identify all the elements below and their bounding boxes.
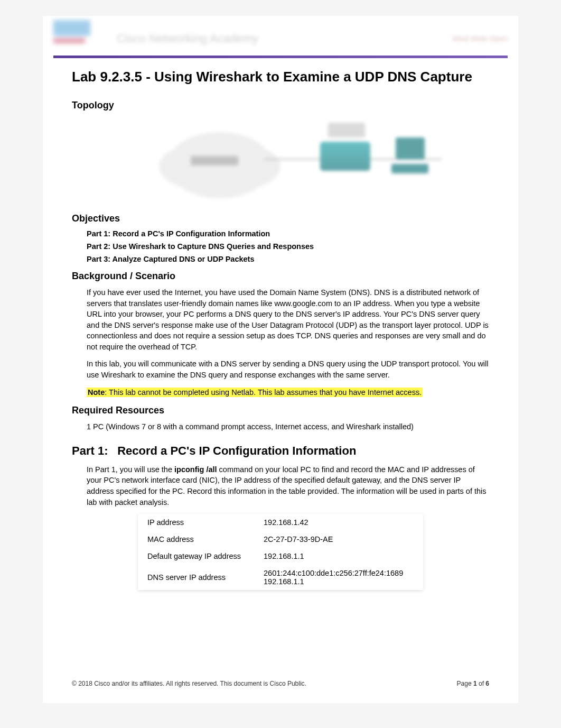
- wire-icon: [265, 159, 323, 160]
- page-footer: © 2018 Cisco and/or its affiliates. All …: [72, 680, 489, 687]
- objective-item: Part 2: Use Wireshark to Capture DNS Que…: [87, 242, 489, 251]
- objectives-heading: Objectives: [72, 213, 489, 224]
- part1-number: Part 1:: [72, 444, 114, 458]
- table-label: IP address: [138, 514, 254, 531]
- background-paragraph: In this lab, you will communicate with a…: [87, 358, 489, 380]
- document-page: Cisco Networking Academy Mind Wide Open …: [43, 16, 518, 703]
- note-paragraph: Note: This lab cannot be completed using…: [87, 387, 489, 398]
- header-tagline: Mind Wide Open: [453, 34, 508, 43]
- cisco-logo: [53, 20, 101, 49]
- part1-intro: In Part 1, you will use the ipconfig /al…: [87, 464, 489, 508]
- table-label: Default gateway IP address: [138, 548, 254, 565]
- internet-cloud-icon: [170, 132, 270, 190]
- table-value: 2601:244:c100:dde1:c256:27ff:fe24:1689 1…: [254, 565, 423, 590]
- page-number: Page 1 of 6: [457, 680, 489, 687]
- required-text: 1 PC (Windows 7 or 8 with a command prom…: [87, 421, 489, 432]
- topology-diagram: [117, 116, 444, 204]
- background-heading: Background / Scenario: [72, 271, 489, 282]
- lab-title: Lab 9.2.3.5 - Using Wireshark to Examine…: [72, 69, 489, 85]
- note-label: Note: [88, 388, 105, 397]
- part1-title: Record a PC's IP Configuration Informati…: [117, 444, 356, 457]
- table-value: 2C-27-D7-33-9D-AE: [254, 531, 423, 548]
- document-content: Lab 9.2.3.5 - Using Wireshark to Examine…: [43, 58, 518, 622]
- ipconfig-command: ipconfig /all: [174, 465, 217, 474]
- table-row: MAC address 2C-27-D7-33-9D-AE: [138, 531, 423, 548]
- objective-item: Part 3: Analyze Captured DNS or UDP Pack…: [87, 255, 489, 263]
- topology-heading: Topology: [72, 100, 489, 111]
- table-label: DNS server IP address: [138, 565, 254, 590]
- table-value: 192.168.1.1: [254, 548, 423, 565]
- ip-config-table: IP address 192.168.1.42 MAC address 2C-2…: [138, 514, 423, 590]
- page-header: Cisco Networking Academy Mind Wide Open: [43, 16, 518, 56]
- note-text: : This lab cannot be completed using Net…: [105, 388, 422, 397]
- table-row: IP address 192.168.1.42: [138, 514, 423, 531]
- copyright-text: © 2018 Cisco and/or its affiliates. All …: [72, 680, 306, 687]
- table-row: DNS server IP address 2601:244:c100:dde1…: [138, 565, 423, 590]
- table-row: Default gateway IP address 192.168.1.1: [138, 548, 423, 565]
- pc-icon: [391, 137, 428, 180]
- required-heading: Required Resources: [72, 405, 489, 416]
- part1-heading: Part 1: Record a PC's IP Configuration I…: [72, 444, 489, 458]
- objective-item: Part 1: Record a PC's IP Configuration I…: [87, 229, 489, 238]
- table-value: 192.168.1.42: [254, 514, 423, 531]
- table-label: MAC address: [138, 531, 254, 548]
- header-brand-title: Cisco Networking Academy: [117, 32, 258, 45]
- background-paragraph: If you have ever used the Internet, you …: [87, 287, 489, 352]
- modem-icon: [320, 142, 370, 171]
- part1-intro-pre: In Part 1, you will use the: [87, 465, 174, 474]
